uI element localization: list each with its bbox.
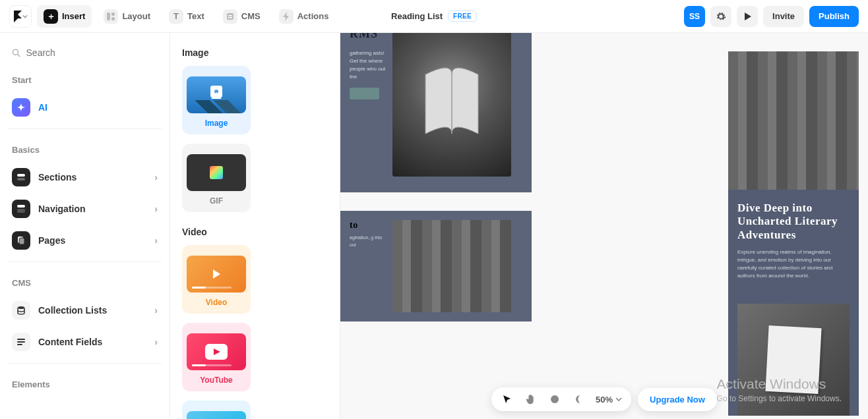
divider (8, 363, 162, 364)
list-icon (12, 333, 30, 351)
top-right-group: SS Invite Publish (684, 6, 859, 27)
chevron-down-icon (615, 396, 622, 403)
sidebar-item-content-fields[interactable]: Content Fields › (8, 326, 162, 358)
zoom-control[interactable]: 50% (596, 395, 622, 405)
project-title[interactable]: Reading List FREE (391, 11, 477, 22)
layout-tool-button[interactable]: Layout (97, 5, 157, 28)
text-label: Text (187, 11, 204, 21)
sidebar-item-navigation[interactable]: Navigation › (8, 193, 162, 225)
section-basics-heading: Basics (8, 134, 162, 161)
gif-card-label: GIF (210, 196, 223, 206)
svg-rect-13 (19, 238, 24, 244)
image-thumb (187, 76, 246, 113)
landscape-icon (187, 100, 246, 113)
sparkle-icon: ✦ (12, 98, 30, 117)
tablet-frame[interactable]: RMS gathering asts! Get the where people… (340, 33, 532, 321)
video-section-heading: Video (182, 227, 328, 237)
publish-label: Publish (819, 11, 850, 21)
app-menu-button[interactable] (9, 5, 32, 28)
section-start-heading: Start (8, 65, 162, 92)
search-input[interactable] (26, 47, 158, 58)
svg-rect-9 (17, 178, 25, 181)
video-card-label: Video (206, 298, 227, 307)
svg-rect-1 (111, 13, 115, 16)
mountain-icon (211, 92, 222, 99)
plan-badge: FREE (448, 11, 477, 22)
sections-label: Sections (38, 172, 77, 182)
section-elements-heading: Elements (8, 369, 162, 396)
cms-tool-button[interactable]: CMS (216, 5, 267, 28)
collection-lists-label: Collection Lists (38, 305, 107, 316)
play-icon (213, 269, 220, 279)
svg-point-6 (13, 49, 18, 55)
insert-gif-card[interactable]: GIF (182, 144, 251, 212)
gif-thumb (187, 154, 246, 191)
insert-label: Insert (62, 11, 85, 21)
image-card-label: Image (205, 119, 228, 128)
svg-rect-10 (17, 205, 25, 208)
ai-label: AI (38, 102, 47, 113)
sidebar-item-sections[interactable]: Sections › (8, 161, 162, 193)
svg-rect-3 (227, 13, 233, 20)
search-row (8, 43, 162, 65)
preview-button[interactable] (737, 6, 758, 27)
phone-description: Explore unending realms of imagination, … (737, 248, 850, 280)
canvas[interactable]: RMS gathering asts! Get the where people… (340, 33, 868, 419)
framer-logo-icon (14, 11, 22, 22)
image-section-heading: Image (182, 47, 328, 58)
svg-rect-16 (17, 341, 25, 343)
invite-button[interactable]: Invite (763, 6, 804, 27)
svg-point-20 (551, 395, 559, 403)
hero-image-book (392, 33, 511, 177)
section-cms-heading: CMS (8, 267, 162, 294)
video-thumb (187, 256, 246, 293)
phone-content: Dive Deep into Uncharted Literary Advent… (728, 190, 859, 292)
hero-cta-button[interactable] (350, 88, 379, 99)
insert-vimeo-card[interactable]: Vimeo (182, 401, 251, 419)
svg-line-7 (18, 54, 20, 56)
sidebar-item-collection-lists[interactable]: Collection Lists › (8, 294, 162, 326)
user-avatar[interactable]: SS (684, 6, 705, 27)
text-icon: T (169, 9, 183, 24)
section2-text: to agination, g into our (350, 220, 386, 312)
sections-icon (12, 168, 30, 186)
text-tool-button[interactable]: T Text (162, 5, 211, 28)
cursor-tool[interactable] (501, 393, 514, 406)
svg-rect-17 (17, 344, 22, 345)
insert-tool-button[interactable]: ＋ Insert (37, 5, 92, 28)
chevron-down-icon (22, 14, 28, 19)
youtube-card-label: YouTube (200, 376, 233, 385)
dark-mode-toggle[interactable] (572, 393, 585, 406)
canvas-tools-pill: 50% (491, 387, 631, 411)
gear-icon (716, 11, 726, 22)
hand-tool[interactable] (524, 393, 538, 406)
hero-paragraph: gathering asts! Get the where people who… (350, 49, 386, 81)
insert-image-card[interactable]: Image (182, 66, 251, 134)
hero-section: RMS gathering asts! Get the where people… (340, 33, 532, 192)
progress-icon (192, 364, 232, 366)
pages-icon (12, 231, 30, 250)
navigation-icon (12, 200, 30, 218)
vimeo-thumb (187, 411, 246, 419)
insert-video-card[interactable]: Video (182, 245, 251, 314)
svg-rect-8 (17, 174, 25, 177)
actions-tool-button[interactable]: Actions (272, 5, 336, 28)
zoom-value: 50% (596, 395, 613, 405)
publish-button[interactable]: Publish (809, 6, 859, 27)
settings-button[interactable] (710, 6, 731, 27)
cms-icon (223, 9, 237, 24)
paper-note-icon (765, 325, 821, 394)
insert-youtube-card[interactable]: YouTube (182, 323, 251, 391)
sidebar-item-ai[interactable]: ✦ AI (8, 92, 162, 123)
sidebar-item-pages[interactable]: Pages › (8, 225, 162, 256)
hero-title-fragment: RMS (350, 33, 386, 43)
svg-rect-2 (111, 17, 115, 20)
invite-label: Invite (772, 11, 795, 21)
phone-secondary-image (737, 304, 850, 416)
navigation-label: Navigation (38, 204, 86, 214)
bottom-toolbar: 50% Upgrade Now (491, 387, 717, 411)
comment-tool[interactable] (548, 393, 561, 406)
phone-frame[interactable]: Dive Deep into Uncharted Literary Advent… (728, 51, 859, 416)
gif-icon (210, 166, 223, 179)
upgrade-button[interactable]: Upgrade Now (638, 388, 717, 411)
